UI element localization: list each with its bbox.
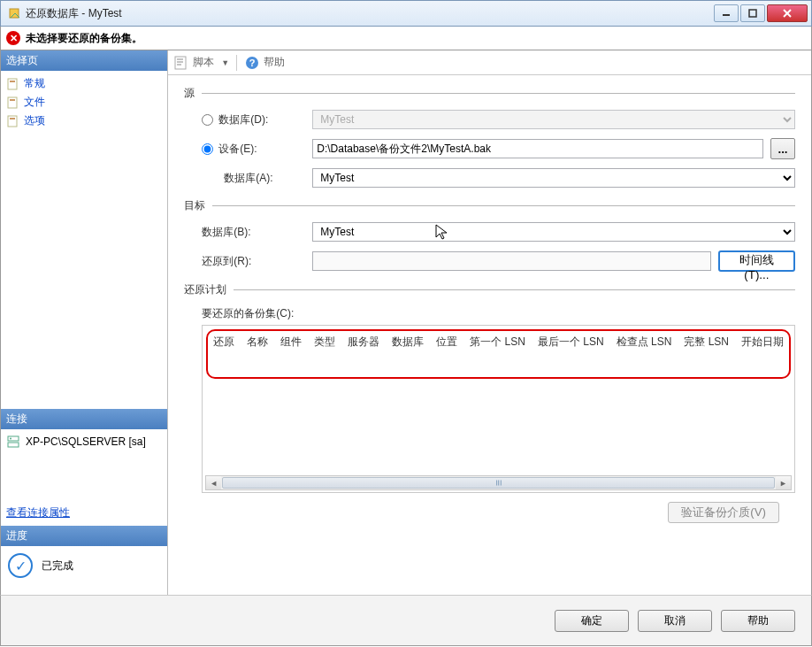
maximize-button[interactable] [740, 4, 765, 22]
col-type: 类型 [314, 335, 335, 350]
svg-rect-7 [8, 97, 17, 108]
svg-rect-0 [10, 9, 19, 18]
source-database-radio-label[interactable]: 数据库(D): [184, 112, 312, 127]
scroll-left-arrow[interactable]: ◄ [206, 476, 221, 489]
connection-header: 连接 [1, 409, 167, 429]
source-database-select: MyTest [312, 110, 795, 129]
verify-media-button: 验证备份介质(V) [668, 502, 779, 523]
restore-to-input [312, 251, 711, 271]
svg-rect-11 [8, 436, 19, 441]
col-name: 名称 [247, 335, 268, 350]
plan-title: 还原计划 [184, 282, 226, 297]
close-button[interactable] [767, 4, 808, 22]
script-button[interactable]: 脚本 [193, 55, 214, 70]
connection-value: XP-PC\SQLSERVER [sa] [26, 435, 146, 448]
page-icon [6, 96, 20, 109]
left-panel: 选择页 常规 文件 选项 连接 XP-PC\SQLSERVER [sa] 查看连… [1, 50, 167, 595]
help-button[interactable]: 帮助 [264, 55, 285, 70]
script-dropdown-icon[interactable]: ▼ [221, 58, 229, 67]
server-icon [6, 435, 20, 449]
connection-row: XP-PC\SQLSERVER [sa] [6, 435, 162, 449]
timeline-button[interactable]: 时间线(T)... [718, 250, 795, 272]
restore-to-label: 还原到(R): [184, 254, 312, 269]
error-icon: ✕ [6, 31, 20, 45]
help-button[interactable]: 帮助 [721, 610, 795, 632]
progress-body: 已完成 [1, 546, 167, 585]
page-tree: 常规 文件 选项 [1, 71, 167, 409]
source-title: 源 [184, 86, 195, 101]
backup-sets-table[interactable]: 还原 名称 组件 类型 服务器 数据库 位置 第一个 LSN 最后一个 LSN … [202, 325, 795, 493]
page-item-general[interactable]: 常规 [1, 74, 167, 93]
col-full-lsn: 完整 LSN [684, 335, 729, 350]
window-title: 还原数据库 - MyTest [26, 6, 714, 21]
table-columns: 还原 名称 组件 类型 服务器 数据库 位置 第一个 LSN 最后一个 LSN … [213, 335, 784, 350]
script-icon [173, 55, 189, 71]
plan-section: 还原计划 要还原的备份集(C): 还原 名称 组件 类型 服务器 数据库 位置 … [184, 282, 795, 523]
backup-sets-label: 要还原的备份集(C): [184, 306, 795, 321]
source-device-radio[interactable] [202, 143, 213, 155]
svg-rect-12 [8, 443, 19, 447]
help-icon: ? [244, 55, 260, 71]
title-bar: 还原数据库 - MyTest [0, 0, 812, 27]
col-start-date: 开始日期 [741, 335, 784, 350]
col-component: 组件 [280, 335, 302, 350]
select-page-header: 选择页 [1, 50, 167, 71]
svg-rect-10 [10, 118, 15, 119]
toolbar-separator [236, 55, 237, 71]
device-path-input[interactable] [312, 139, 763, 158]
target-db-select[interactable]: MyTest [312, 222, 795, 242]
scroll-right-arrow[interactable]: ► [776, 476, 791, 489]
browse-device-button[interactable]: ... [770, 138, 795, 159]
svg-text:?: ? [249, 58, 256, 68]
col-checkpoint-lsn: 检查点 LSN [617, 335, 672, 350]
scroll-thumb[interactable] [222, 477, 775, 489]
col-server: 服务器 [348, 335, 379, 350]
page-label: 文件 [24, 95, 45, 110]
source-device-radio-label[interactable]: 设备(E): [184, 142, 312, 157]
source-database-radio[interactable] [202, 114, 213, 126]
app-icon [8, 6, 22, 20]
minimize-button[interactable] [714, 4, 739, 22]
dialog-footer: 确定 取消 帮助 [0, 595, 812, 646]
target-db-label: 数据库(B): [184, 225, 312, 240]
col-position: 位置 [436, 335, 457, 350]
svg-rect-5 [8, 79, 17, 89]
page-item-options[interactable]: 选项 [1, 112, 167, 130]
page-item-files[interactable]: 文件 [1, 93, 167, 112]
cancel-button[interactable]: 取消 [638, 610, 712, 632]
svg-rect-6 [10, 81, 15, 82]
progress-header: 进度 [1, 526, 167, 546]
right-panel: 脚本 ▼ ? 帮助 源 数据库(D): MyTest 设备(E): ... [167, 50, 811, 595]
horizontal-scrollbar[interactable]: ◄ ► [205, 475, 792, 490]
target-section: 目标 数据库(B): MyTest 还原到(R): 时间线(T)... [184, 198, 795, 272]
svg-rect-14 [175, 57, 186, 69]
device-db-select[interactable]: MyTest [312, 168, 795, 188]
toolbar: 脚本 ▼ ? 帮助 [168, 50, 811, 75]
error-message: 未选择要还原的备份集。 [26, 31, 142, 46]
page-label: 选项 [24, 113, 45, 128]
target-title: 目标 [184, 198, 205, 213]
ok-button[interactable]: 确定 [555, 610, 629, 632]
progress-check-icon [8, 553, 33, 578]
svg-rect-2 [749, 10, 756, 17]
svg-rect-8 [10, 99, 15, 101]
view-connection-props-link[interactable]: 查看连接属性 [1, 500, 167, 526]
svg-point-13 [10, 438, 11, 440]
col-database: 数据库 [392, 335, 424, 350]
col-restore: 还原 [213, 335, 234, 350]
col-last-lsn: 最后一个 LSN [538, 335, 604, 350]
svg-rect-9 [8, 116, 17, 127]
page-icon [6, 78, 20, 90]
device-db-label: 数据库(A): [184, 171, 312, 186]
source-section: 源 数据库(D): MyTest 设备(E): ... 数据库(A): MyTe… [184, 86, 795, 188]
table-highlight: 还原 名称 组件 类型 服务器 数据库 位置 第一个 LSN 最后一个 LSN … [206, 329, 791, 379]
page-label: 常规 [24, 76, 45, 91]
progress-label: 已完成 [42, 558, 73, 574]
error-bar: ✕ 未选择要还原的备份集。 [0, 27, 812, 50]
page-icon [6, 115, 20, 127]
col-first-lsn: 第一个 LSN [470, 335, 525, 350]
